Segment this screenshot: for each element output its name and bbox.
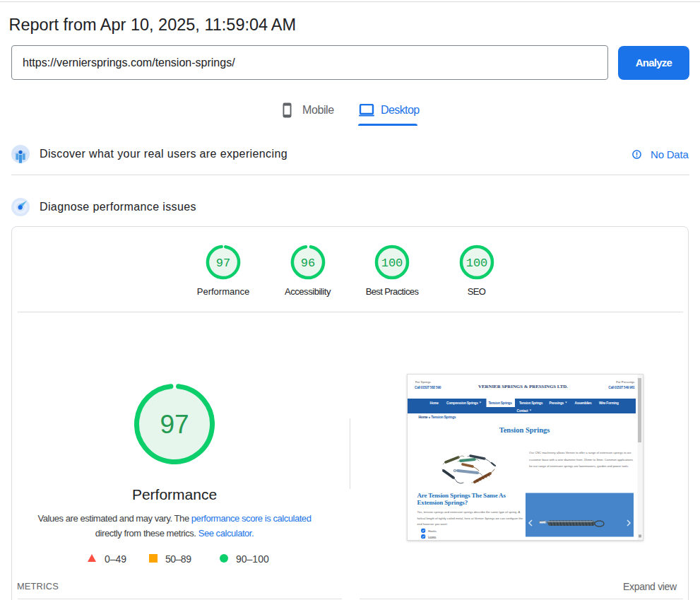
svg-text:97: 97 bbox=[160, 410, 189, 439]
svg-text:96: 96 bbox=[300, 256, 314, 269]
svg-text:100: 100 bbox=[381, 256, 403, 269]
svg-text:97: 97 bbox=[216, 256, 230, 269]
svg-text:100: 100 bbox=[465, 256, 487, 269]
